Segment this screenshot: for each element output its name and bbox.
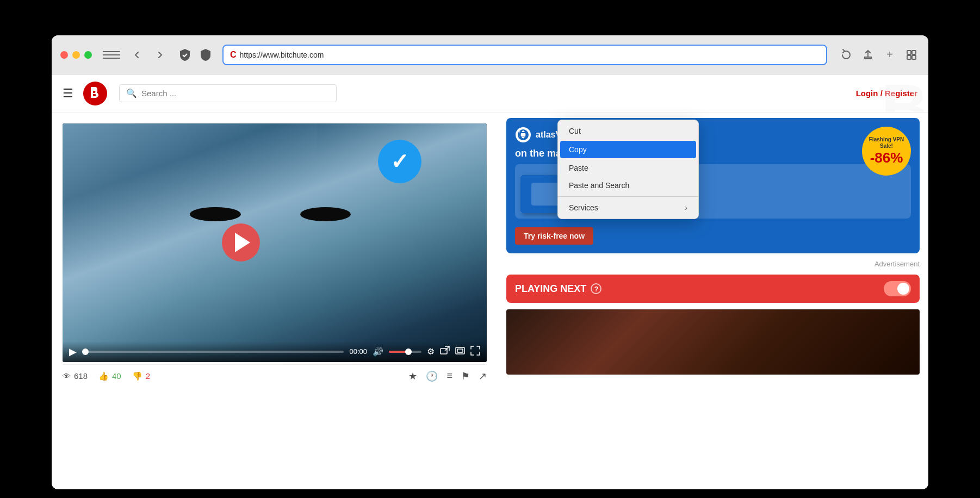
paste-label: Paste xyxy=(569,164,588,172)
cut-label: Cut xyxy=(569,127,581,135)
atlas-vpn-logo-icon xyxy=(515,127,531,143)
main-content: ▶ 00:00 🔊 ⚙ xyxy=(52,113,928,489)
context-menu-copy[interactable]: Copy xyxy=(560,141,696,158)
share-icon[interactable]: ↗ xyxy=(479,370,487,382)
thumbdown-icon: 👎 xyxy=(132,371,142,381)
next-video-thumbnail[interactable] xyxy=(506,309,920,375)
submenu-arrow-icon: › xyxy=(685,203,687,212)
playing-next-text: PLAYING NEXT xyxy=(515,283,586,295)
clock-icon[interactable]: 🕐 xyxy=(426,370,438,382)
website-content: B ☰ 🔍 Login / Register xyxy=(52,74,928,489)
video-stats-bar: 👁 618 👍 40 👎 2 ★ 🕐 ≡ xyxy=(63,364,487,388)
sidebar-toggle-button[interactable] xyxy=(103,48,120,61)
minimize-button[interactable] xyxy=(72,51,80,59)
volume-handle[interactable] xyxy=(405,348,412,355)
browser-window: C https://www.bitchute.com + xyxy=(52,35,928,489)
play-button[interactable] xyxy=(222,223,260,262)
svg-rect-0 xyxy=(907,51,911,54)
forward-button[interactable] xyxy=(152,47,168,63)
svg-rect-1 xyxy=(912,51,916,54)
refresh-button[interactable] xyxy=(838,47,854,63)
toolbar-right: + xyxy=(838,47,920,63)
next-video-face xyxy=(506,309,920,375)
dislikes-count: 2 xyxy=(146,371,150,381)
thumbup-icon: 👍 xyxy=(98,371,109,381)
face-highlight xyxy=(63,123,317,362)
volume-bar[interactable] xyxy=(389,351,421,353)
traffic-lights xyxy=(60,51,92,59)
right-eye xyxy=(300,207,351,221)
search-icon: 🔍 xyxy=(126,88,137,98)
shield-icons xyxy=(177,47,214,63)
star-icon[interactable]: ★ xyxy=(408,370,417,382)
views-count: 618 xyxy=(74,371,88,381)
video-section: ▶ 00:00 🔊 ⚙ xyxy=(52,113,498,489)
fullscreen-icon[interactable] xyxy=(470,346,480,358)
services-label: Services xyxy=(569,203,598,212)
volume-icon[interactable]: 🔊 xyxy=(373,346,383,357)
eye-icon: 👁 xyxy=(63,371,71,381)
sale-badge: Flashing VPN Sale! -86% xyxy=(862,127,911,176)
search-box: 🔍 xyxy=(119,84,337,102)
badge-percent: -86% xyxy=(870,150,903,166)
url-text: https://www.bitchute.com xyxy=(240,51,804,59)
left-eye xyxy=(190,207,241,221)
share-button[interactable] xyxy=(860,47,876,63)
video-background xyxy=(63,123,487,362)
advertisement-label: Advertisement xyxy=(506,260,920,268)
tabs-button[interactable] xyxy=(903,47,920,63)
bitchute-logo xyxy=(82,80,108,107)
paste-search-label: Paste and Search xyxy=(569,181,629,190)
playing-next-bar: PLAYING NEXT ? xyxy=(506,275,920,303)
play-pause-button[interactable]: ▶ xyxy=(69,346,77,358)
progress-bar[interactable] xyxy=(82,351,344,353)
maximize-button[interactable] xyxy=(84,51,92,59)
context-menu: Cut Copy Paste Paste and Search Services… xyxy=(557,120,699,219)
context-menu-divider xyxy=(558,196,698,197)
playing-next-label: PLAYING NEXT ? xyxy=(515,283,601,295)
external-icon[interactable] xyxy=(440,346,450,358)
time-display: 00:00 xyxy=(349,347,367,356)
title-bar: C https://www.bitchute.com + xyxy=(52,35,928,74)
add-tab-button[interactable]: + xyxy=(882,47,898,63)
site-header-bg-text: B xyxy=(881,74,928,113)
back-button[interactable] xyxy=(129,47,145,63)
svg-rect-2 xyxy=(907,55,911,59)
settings-icon[interactable]: ⚙ xyxy=(427,346,435,357)
favicon: C xyxy=(230,50,237,60)
video-player[interactable]: ▶ 00:00 🔊 ⚙ xyxy=(63,123,487,362)
site-header: B ☰ 🔍 Login / Register xyxy=(52,74,928,113)
likes-stat[interactable]: 👍 40 xyxy=(98,371,121,381)
list-icon[interactable]: ≡ xyxy=(446,370,452,382)
likes-count: 40 xyxy=(112,371,121,381)
ad-cta-button[interactable]: Try risk-free now xyxy=(515,227,593,245)
context-menu-paste[interactable]: Paste xyxy=(558,159,698,177)
search-input[interactable] xyxy=(141,89,330,98)
hamburger-menu[interactable]: ☰ xyxy=(63,86,73,101)
action-icons: ★ 🕐 ≡ ⚑ ↗ xyxy=(408,370,487,382)
video-controls: ▶ 00:00 🔊 ⚙ xyxy=(63,341,487,362)
shield-icon-2[interactable] xyxy=(197,47,214,63)
login-link[interactable]: Login xyxy=(856,89,878,98)
verification-badge xyxy=(378,140,421,183)
address-bar-container: C https://www.bitchute.com xyxy=(222,45,827,65)
shield-icon-1[interactable] xyxy=(177,47,193,63)
context-menu-cut[interactable]: Cut xyxy=(558,122,698,140)
address-bar[interactable]: C https://www.bitchute.com xyxy=(222,45,827,65)
svg-rect-7 xyxy=(457,349,463,352)
context-menu-paste-search[interactable]: Paste and Search xyxy=(558,177,698,194)
info-icon: ? xyxy=(591,283,601,294)
close-button[interactable] xyxy=(60,51,68,59)
svg-rect-3 xyxy=(912,55,916,59)
flag-icon[interactable]: ⚑ xyxy=(461,370,470,382)
dislikes-stat[interactable]: 👎 2 xyxy=(132,371,150,381)
badge-text: Flashing VPN Sale! xyxy=(862,136,911,150)
views-stat: 👁 618 xyxy=(63,371,88,381)
copy-label: Copy xyxy=(569,145,587,154)
playing-next-toggle[interactable] xyxy=(884,281,911,296)
theater-mode-icon[interactable] xyxy=(455,346,465,358)
next-video-bg xyxy=(506,309,920,375)
context-menu-services[interactable]: Services › xyxy=(558,199,698,216)
